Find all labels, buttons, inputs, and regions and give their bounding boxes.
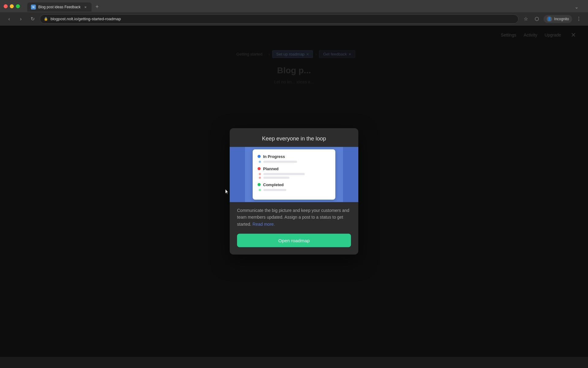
item-bar-4 xyxy=(263,189,286,191)
tab-close-button[interactable]: ✕ xyxy=(83,5,88,10)
illustration-right-accent xyxy=(343,147,358,202)
modal-overlay[interactable]: Keep everyone in the loop In Progress xyxy=(0,26,588,357)
forward-button[interactable]: › xyxy=(17,15,25,23)
tab-bar: N Blog post ideas Feedback ✕ + ⌄ xyxy=(25,1,584,12)
extensions-button[interactable]: ⬡ xyxy=(533,15,541,23)
open-roadmap-button[interactable]: Open roadmap xyxy=(237,234,351,247)
modal-title: Keep everyone in the loop xyxy=(237,136,351,142)
roadmap-completed-title: Completed xyxy=(258,182,330,187)
roadmap-planned-item-2 xyxy=(258,177,330,179)
back-button[interactable]: ‹ xyxy=(5,15,13,23)
completed-status-dot xyxy=(258,183,261,186)
modal-description: Communicate the big picture and keep you… xyxy=(237,207,351,228)
roadmap-planned-section: Planned xyxy=(258,167,330,179)
more-options-button[interactable]: ⋮ xyxy=(575,15,583,23)
roadmap-completed-section: Completed xyxy=(258,182,330,191)
item-dot-blue-1 xyxy=(259,161,261,163)
minimize-traffic-light[interactable] xyxy=(10,4,14,8)
refresh-button[interactable]: ↻ xyxy=(28,15,37,23)
traffic-lights xyxy=(4,4,20,8)
incognito-label: Incognito xyxy=(554,17,569,21)
address-text: blogpost.nolt.io/getting-started-roadmap xyxy=(51,17,121,21)
collapse-tabs-button[interactable]: ⌄ xyxy=(572,2,581,11)
modal-header: Keep everyone in the loop xyxy=(230,128,358,147)
close-traffic-light[interactable] xyxy=(4,4,8,8)
illustration-left-accent xyxy=(230,147,245,202)
roadmap-completed-item-1 xyxy=(258,189,330,191)
browser-chrome: N Blog post ideas Feedback ✕ + ⌄ ‹ › ↻ 🔒… xyxy=(0,0,588,26)
browser-toolbar: ‹ › ↻ 🔒 blogpost.nolt.io/getting-started… xyxy=(0,12,588,26)
roadmap-in-progress-item-1 xyxy=(258,161,330,163)
item-dot-green-1 xyxy=(259,189,261,191)
item-bar-2 xyxy=(263,173,305,175)
incognito-icon: 👤 xyxy=(547,16,552,22)
bookmark-button[interactable]: ☆ xyxy=(522,15,530,23)
roadmap-in-progress-title: In Progress xyxy=(258,154,330,159)
tab-favicon: N xyxy=(31,5,36,10)
modal-illustration: In Progress Planned xyxy=(230,147,358,202)
item-dot-red-2 xyxy=(259,177,261,179)
roadmap-planned-item-1 xyxy=(258,173,330,175)
browser-titlebar: N Blog post ideas Feedback ✕ + ⌄ xyxy=(0,0,588,12)
incognito-menu[interactable]: 👤 Incognito xyxy=(544,15,572,23)
toolbar-right: ☆ ⬡ 👤 Incognito ⋮ xyxy=(522,15,583,23)
modal-body: Communicate the big picture and keep you… xyxy=(230,202,358,255)
address-bar[interactable]: 🔒 blogpost.nolt.io/getting-started-roadm… xyxy=(40,14,518,24)
active-tab[interactable]: N Blog post ideas Feedback ✕ xyxy=(27,2,92,12)
roadmap-preview-card: In Progress Planned xyxy=(253,149,335,200)
modal-dialog: Keep everyone in the loop In Progress xyxy=(230,128,358,255)
planned-status-dot xyxy=(258,167,261,170)
read-more-link[interactable]: Read more. xyxy=(253,222,275,227)
new-tab-button[interactable]: + xyxy=(93,2,101,11)
ssl-lock-icon: 🔒 xyxy=(44,17,48,21)
tab-title: Blog post ideas Feedback xyxy=(38,5,81,9)
roadmap-in-progress-section: In Progress xyxy=(258,154,330,163)
item-bar-3 xyxy=(263,177,289,179)
item-bar-1 xyxy=(263,161,297,163)
maximize-traffic-light[interactable] xyxy=(16,4,20,8)
item-dot-red-1 xyxy=(259,173,261,175)
roadmap-planned-title: Planned xyxy=(258,167,330,171)
main-content: Settings Activity Upgrade ✕ Getting star… xyxy=(0,26,588,357)
in-progress-status-dot xyxy=(258,155,261,158)
